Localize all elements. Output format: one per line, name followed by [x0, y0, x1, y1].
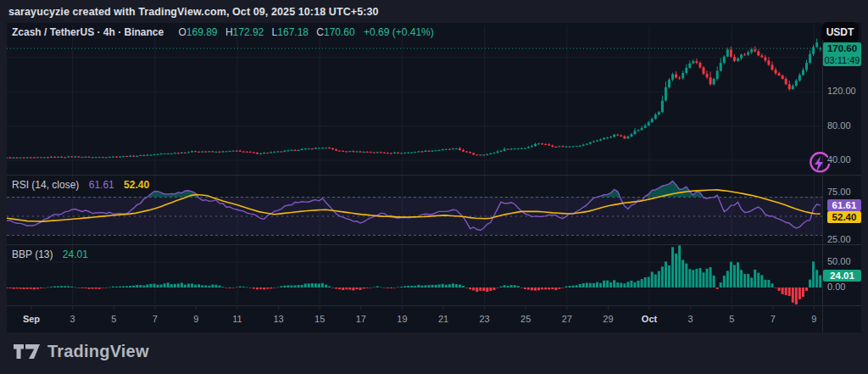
price-tick: 40.00 — [827, 154, 861, 165]
price-tick: 80.00 — [827, 120, 861, 131]
attribution-text: sarayucyzie created with TradingView.com… — [8, 6, 379, 18]
time-tick: 27 — [562, 314, 572, 324]
tradingview-screenshot: sarayucyzie created with TradingView.com… — [0, 0, 868, 374]
time-tick: 17 — [356, 314, 366, 324]
time-tick: 7 — [153, 314, 158, 324]
open-value: 169.89 — [186, 26, 218, 38]
last-price: 170.60 — [827, 42, 857, 54]
close-label: C — [316, 26, 324, 38]
time-tick: 9 — [811, 314, 816, 324]
time-tick: 29 — [603, 314, 613, 324]
symbol-title: Zcash / TetherUS · 4h · Binance — [12, 26, 164, 38]
bbp-tick: 50.00 — [827, 256, 861, 266]
close-value: 170.60 — [324, 26, 355, 38]
bbp-value-badge: 24.01 — [823, 270, 861, 282]
time-tick: 5 — [111, 314, 116, 324]
time-tick-month: Sep — [23, 314, 40, 324]
rsi-value: 61.61 — [89, 179, 114, 191]
time-tick: 23 — [479, 314, 489, 324]
last-price-badge: 170.60 03:11:49 — [823, 42, 861, 66]
change-value: +0.69 (+0.41%) — [364, 26, 434, 38]
tradingview-logo-text: TradingView — [47, 342, 149, 361]
tradingview-logo-mark — [14, 344, 40, 359]
flash-reaction-icon[interactable] — [806, 150, 832, 177]
time-tick: 19 — [397, 314, 407, 324]
rsi-tick: 75.00 — [827, 187, 861, 197]
open-label: O — [179, 26, 186, 38]
bbp-value: 24.01 — [63, 248, 88, 260]
time-tick: 15 — [314, 314, 325, 324]
rsi-tick: 25.00 — [827, 234, 861, 244]
time-tick: 11 — [232, 314, 242, 324]
price-tick: 120.00 — [827, 86, 861, 96]
rsi-legend: RSI (14, close) 61.61 52.40 — [12, 179, 149, 191]
time-tick: 9 — [193, 314, 198, 324]
tradingview-logo[interactable]: TradingView — [14, 342, 149, 361]
rsi-value-badge: 61.61 — [827, 199, 861, 211]
time-tick: 5 — [729, 314, 734, 324]
time-tick: 7 — [771, 314, 776, 324]
time-tick: 3 — [688, 314, 693, 324]
time-tick: 25 — [520, 314, 531, 324]
rsi-ma-value: 52.40 — [124, 179, 149, 191]
high-value: 172.92 — [233, 26, 264, 38]
time-tick: 13 — [273, 314, 283, 324]
bbp-legend: BBP (13) 24.01 — [12, 248, 88, 260]
time-tick: 21 — [438, 314, 448, 324]
rsi-title: RSI (14, close) — [12, 179, 79, 191]
bbp-tick: 0.00 — [827, 282, 861, 292]
symbol-legend: Zcash / TetherUS · 4h · Binance O169.89 … — [12, 26, 434, 38]
currency-toggle-button[interactable]: USDT — [821, 22, 859, 42]
bbp-title: BBP (13) — [12, 248, 53, 260]
time-tick: 3 — [70, 314, 75, 324]
rsi-ma-value-badge: 52.40 — [827, 211, 861, 223]
low-value: 167.18 — [277, 26, 309, 38]
bar-countdown: 03:11:49 — [824, 54, 860, 66]
time-tick-month: Oct — [642, 314, 657, 324]
high-label: H — [225, 26, 233, 38]
